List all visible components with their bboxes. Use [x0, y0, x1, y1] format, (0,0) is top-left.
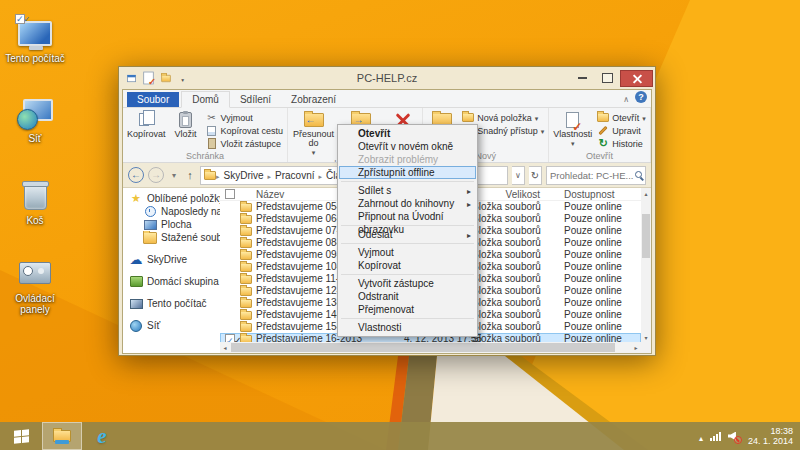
menu-item-otevrit-v-novem-okne[interactable]: Otevřít v novém okně — [339, 140, 476, 153]
volume-muted-icon[interactable] — [728, 431, 741, 442]
taskbar-internet-explorer[interactable] — [82, 422, 122, 450]
scroll-left-icon[interactable] — [220, 342, 230, 353]
tab-extras — [623, 89, 647, 107]
menu-item-sdilet-s[interactable]: Sdílet s — [339, 184, 476, 197]
breadcrumb-item-skydrive[interactable]: SkyDrive — [220, 170, 268, 181]
tab-domu[interactable]: Domů — [181, 91, 230, 108]
desktop-icon-tento-pocitac[interactable]: ✓Tento počítač — [2, 16, 68, 64]
ribbon-button-historie[interactable]: Historie — [595, 137, 648, 150]
horizontal-scrollbar[interactable] — [220, 342, 641, 353]
menu-item-vytvorit-zastupce[interactable]: Vytvořit zástupce — [339, 277, 476, 290]
chevron-down-icon — [181, 71, 184, 85]
file-type: Složka souborů — [472, 321, 541, 333]
menu-item-zahrnout-do-knihovny[interactable]: Zahrnout do knihovny — [339, 197, 476, 210]
collapse-ribbon-icon[interactable] — [623, 89, 629, 106]
close-button[interactable] — [620, 70, 653, 87]
scroll-up-icon[interactable] — [641, 188, 651, 198]
submenu-arrow-icon — [467, 228, 471, 242]
menu-separator — [341, 318, 474, 319]
ribbon-button-kopirovat-cestu[interactable]: Kopírovat cestu — [204, 124, 286, 137]
menu-item-zpristupnit-offline[interactable]: Zpřístupnit offline — [339, 166, 476, 179]
paste-shortcut-icon — [208, 138, 216, 149]
folder-icon — [240, 215, 252, 224]
context-menu: OtevřítOtevřít v novém okněZobrazit prob… — [337, 124, 478, 337]
ribbon-button-otevrit[interactable]: Otevřít — [595, 111, 648, 124]
ribbon-group-label: Schránka — [125, 150, 285, 162]
qat-explorer-window-icon[interactable] — [125, 72, 138, 85]
qat-folder-icon[interactable] — [159, 72, 172, 85]
folder-icon — [240, 227, 252, 236]
taskbar-file-explorer[interactable] — [42, 422, 82, 450]
start-button[interactable] — [0, 422, 42, 450]
column-header-nazev[interactable]: Název — [256, 188, 284, 201]
menu-item-odeslat[interactable]: Odeslat — [339, 228, 476, 241]
checkbox-icon[interactable]: ✓ — [225, 334, 235, 342]
desktop-icon-sit[interactable]: Síť — [2, 96, 68, 144]
star-icon — [129, 193, 143, 205]
ribbon-button-upravit[interactable]: Upravit — [595, 124, 648, 137]
back-button[interactable] — [128, 167, 144, 183]
sidebar-item-skydrive[interactable]: SkyDrive — [129, 253, 220, 266]
menu-item-pripnout-na-uvodni-obrazovku[interactable]: Připnout na Úvodní obrazovku — [339, 210, 476, 223]
qat-properties-icon[interactable] — [142, 72, 155, 85]
qat-chevron-down-icon[interactable] — [176, 72, 189, 85]
file-type: Složka souborů — [472, 249, 541, 261]
vertical-scrollbar[interactable] — [641, 188, 651, 342]
sidebar-item-naposledy-navstivene[interactable]: Naposledy navštívené — [129, 205, 220, 218]
hidden-icons-chevron-icon[interactable] — [699, 427, 703, 445]
titlebar[interactable]: PC-HELP.cz — [119, 67, 655, 89]
network-icon — [11, 96, 59, 130]
sidebar-item-plocha[interactable]: Plocha — [129, 218, 220, 231]
menu-item-vlastnosti[interactable]: Vlastnosti — [339, 321, 476, 334]
ribbon-button-kopirovat[interactable]: Kopírovat — [125, 109, 168, 139]
paste-icon — [179, 112, 192, 128]
tab-zobrazeni[interactable]: Zobrazení — [281, 92, 346, 107]
network-signal-icon[interactable] — [710, 431, 721, 441]
sidebar-item-sit[interactable]: Síť — [129, 319, 220, 332]
desktop-icon-label: Tento počítač — [5, 53, 64, 64]
refresh-icon[interactable] — [529, 166, 542, 185]
sidebar-item-stazene-soubory[interactable]: Stažené soubory — [129, 231, 220, 244]
sidebar-item-domaci-skupina[interactable]: Domácí skupina — [129, 275, 220, 288]
ribbon-button-vlozit-zastupce[interactable]: Vložit zástupce — [204, 137, 286, 150]
search-input[interactable] — [550, 170, 634, 181]
breadcrumb-item-pracovni[interactable]: Pracovní — [271, 170, 318, 181]
menu-item-prejmenovat[interactable]: Přejmenovat — [339, 303, 476, 316]
up-button[interactable] — [184, 167, 196, 183]
vertical-scroll-thumb[interactable] — [642, 214, 650, 258]
history-icon — [599, 138, 608, 149]
ribbon-button-vlastnosti[interactable]: Vlastnosti — [551, 109, 594, 148]
properties-icon — [143, 72, 153, 85]
computer-icon — [129, 298, 143, 310]
desktop-icon-kos[interactable]: Koš — [2, 178, 68, 226]
scroll-down-icon[interactable] — [641, 332, 651, 342]
column-header-velikost[interactable]: Velikost — [482, 188, 540, 201]
ribbon-button-vlozit[interactable]: Vložit — [169, 109, 203, 139]
ribbon-button-nova-polozka[interactable]: Nová položka — [460, 111, 546, 124]
menu-item-kopirovat[interactable]: Kopírovat — [339, 259, 476, 272]
maximize-button[interactable] — [595, 70, 620, 87]
horizontal-scroll-thumb[interactable] — [231, 343, 615, 352]
taskbar-clock[interactable]: 18:38 24. 1. 2014 — [748, 426, 793, 446]
menu-item-vyjmout[interactable]: Vyjmout — [339, 246, 476, 259]
sidebar-item-oblibene-polozky[interactable]: Oblíbené položky — [129, 192, 220, 205]
select-all-checkbox[interactable] — [225, 189, 235, 199]
ribbon-button-presunout-do[interactable]: Přesunout do — [290, 109, 337, 157]
recent-locations-chevron-icon[interactable] — [168, 167, 180, 183]
minimize-button[interactable] — [570, 70, 595, 87]
address-dropdown-icon[interactable] — [512, 166, 525, 185]
menu-item-odstranit[interactable]: Odstranit — [339, 290, 476, 303]
tab-soubor[interactable]: Soubor — [127, 92, 179, 107]
move-to-icon — [304, 113, 324, 127]
sidebar-item-tento-pocitac[interactable]: Tento počítač — [129, 297, 220, 310]
tab-sdileni[interactable]: Sdílení — [230, 92, 281, 107]
forward-button[interactable] — [148, 167, 164, 183]
scroll-right-icon[interactable] — [631, 342, 641, 353]
desktop-icon-ovladaci-panely[interactable]: Ovládací panely — [2, 256, 68, 315]
menu-item-otevrit[interactable]: Otevřít — [339, 127, 476, 140]
column-header-dostupnost[interactable]: Dostupnost — [564, 188, 615, 201]
recycle-bin-icon — [11, 178, 59, 212]
ribbon-button-vyjmout[interactable]: Vyjmout — [204, 111, 286, 124]
help-icon[interactable] — [635, 91, 647, 103]
search-box[interactable] — [546, 166, 646, 185]
